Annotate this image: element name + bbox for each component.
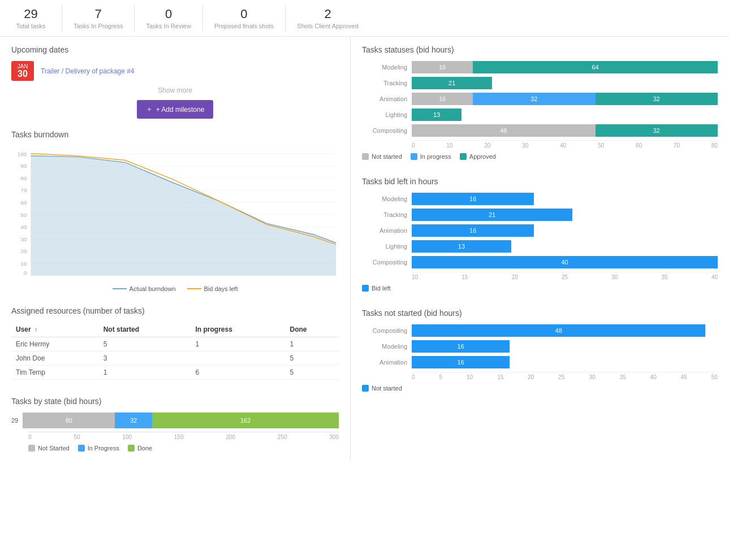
axis-label: 15	[497, 374, 503, 380]
statuses-chart: Modeling1664Tracking21Animation163232Lig…	[362, 61, 718, 149]
in-progress-val: 6	[191, 365, 286, 379]
done-val: 5	[286, 365, 339, 379]
col-in-progress: In progress	[191, 322, 286, 337]
user-name: John Doe	[11, 351, 99, 365]
stat-number: 29	[24, 7, 37, 21]
svg-text:Jan 11: Jan 11	[119, 278, 136, 279]
hbar-category: Tracking	[362, 80, 407, 86]
date-day: 30	[16, 70, 29, 79]
axis-label: 20	[512, 274, 518, 280]
axis-label: 25	[558, 374, 564, 380]
burndown-chart: 100 90 80 70 60 50 40 30 20 10 0	[11, 146, 339, 279]
hbar-track: 16	[412, 340, 718, 353]
legend-not-started: Not Started	[28, 445, 70, 452]
in-progress-val	[191, 351, 286, 365]
hbar-row: Tracking21	[362, 77, 718, 89]
bar-not-started: 16	[412, 61, 473, 73]
stat-number: 0	[165, 7, 172, 21]
add-milestone-button[interactable]: ＋ + Add milestone	[137, 100, 214, 119]
hbar-row: Tracking21	[362, 209, 718, 221]
bar-approved: 13	[412, 108, 461, 121]
hbar-track: 48	[412, 324, 718, 337]
tasks-by-state-section: Tasks by state (bid hours) 29 8032162 05…	[11, 397, 339, 452]
hbar-category: Lighting	[362, 111, 407, 118]
svg-text:30: 30	[21, 236, 27, 242]
hbar-row: Animation16	[362, 224, 718, 237]
bar-approved: 21	[412, 77, 492, 89]
bar-approved: 32	[596, 124, 718, 137]
not-started-val: 5	[99, 337, 191, 351]
hbar-track: 163232	[412, 93, 718, 105]
right-panel: Tasks statuses (bid hours) Modeling1664T…	[351, 37, 729, 460]
stat-item: 2Shots Client Approved	[286, 5, 370, 32]
svg-text:Jan 24: Jan 24	[314, 278, 331, 279]
axis-label: 50	[598, 142, 604, 149]
bar-segment: 16	[412, 224, 534, 237]
bar-in-progress: 32	[473, 93, 595, 105]
resources-table: User ↑ Not started In progress Done Eric…	[11, 322, 339, 380]
axis-label: 40	[650, 374, 657, 380]
show-more[interactable]: Show more	[11, 86, 339, 94]
table-row: Tim Temp 1 6 5	[11, 365, 339, 379]
state-segment: 162	[152, 413, 339, 428]
stat-number: 2	[324, 7, 331, 21]
user-name: Eric Hermy	[11, 337, 99, 351]
axis-label: 150	[174, 434, 184, 440]
col-not-started: Not started	[99, 322, 191, 337]
state-segment: 80	[23, 413, 115, 428]
hbar-category: Animation	[362, 359, 407, 366]
left-panel: Upcoming dates JAN 30 Trailer / Delivery…	[0, 37, 351, 460]
hbar-track: 16	[412, 193, 718, 205]
hbar-axis: 05101520253035404550	[412, 372, 718, 380]
hbar-axis: 01020304050607080	[412, 140, 718, 149]
state-segment: 32	[115, 413, 152, 428]
hbar-track: 16	[412, 224, 718, 237]
svg-text:Jan 14: Jan 14	[167, 278, 184, 279]
svg-text:0: 0	[24, 270, 27, 276]
svg-text:50: 50	[21, 212, 27, 218]
tasks-state-bar: 8032162	[23, 413, 339, 428]
stat-number: 7	[95, 7, 102, 21]
hbar-row: Modeling16	[362, 340, 718, 353]
hbar-category: Animation	[362, 227, 407, 234]
legend-bid-label: Bid days left	[204, 285, 238, 292]
tasks-by-state-title: Tasks by state (bid hours)	[11, 397, 339, 406]
bar-not-started: 16	[412, 93, 473, 105]
svg-text:40: 40	[21, 224, 27, 230]
not-started-val: 3	[99, 351, 191, 365]
stat-label: Tasks In Progress	[74, 23, 123, 29]
hbar-track: 1664	[412, 61, 718, 73]
legend-bid: Bid days left	[187, 285, 238, 292]
hbar-row: Compositing4832	[362, 124, 718, 137]
not-started-val: 1	[99, 365, 191, 379]
stat-label: Total tasks	[16, 23, 46, 29]
stat-item: 0Proposed finals shots	[203, 5, 286, 32]
hbar-category: Animation	[362, 95, 407, 102]
milestone-link[interactable]: Trailer / Delivery of package #4	[41, 67, 135, 75]
col-user[interactable]: User ↑	[11, 322, 99, 337]
hbar-category: Compositing	[362, 127, 407, 134]
burndown-legend: Actual burndown Bid days left	[11, 285, 339, 292]
statuses-legend: Not started In progress Approved	[362, 153, 718, 160]
state-axis-labels: 050100150200250300	[28, 434, 339, 440]
bar-segment: 48	[412, 324, 705, 337]
axis-label: 0	[28, 434, 32, 440]
axis-label: 15	[461, 274, 468, 280]
bid-left-legend-label: Bid left	[372, 285, 391, 292]
in-progress-val: 1	[191, 337, 286, 351]
axis-label: 35	[662, 274, 668, 280]
axis-label: 25	[562, 274, 568, 280]
burndown-section: Tasks burndown 100 90 80 70 60 50 40 30 …	[11, 130, 339, 292]
hbar-track: 40	[412, 256, 718, 268]
axis-label: 50	[711, 374, 718, 380]
stat-label: Tasks In Review	[146, 23, 191, 29]
axis-label: 200	[226, 434, 235, 440]
done-val: 5	[286, 351, 339, 365]
bid-left-chart: Modeling16Tracking21Animation16Lighting1…	[362, 193, 718, 280]
axis-label: 40	[711, 274, 718, 280]
sort-icon: ↑	[34, 327, 37, 333]
hbar-row: Modeling16	[362, 193, 718, 205]
axis-label: 30	[611, 274, 618, 280]
bar-segment: 21	[412, 209, 572, 221]
tasks-not-started-section: Tasks not started (bid hours) Compositin…	[362, 309, 718, 392]
